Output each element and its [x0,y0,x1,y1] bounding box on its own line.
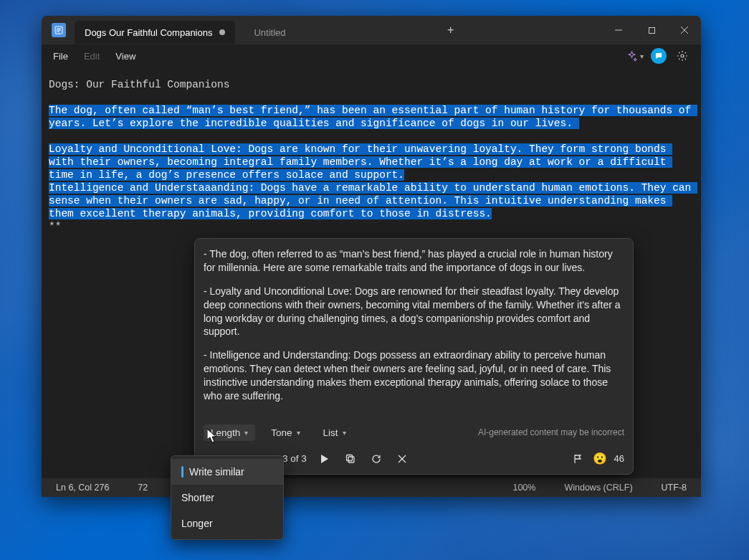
chat-button[interactable] [651,48,667,64]
ai-disclaimer: AI-generated content may be incorrect [478,427,624,437]
length-menu: Write similar Shorter Longer [171,455,284,540]
ai-para3: - Intelligence and Understanding: Dogs p… [204,348,624,403]
status-position[interactable]: Ln 6, Col 276 [50,483,115,493]
tone-dropdown[interactable]: Tone ▾ [264,424,307,441]
minimize-icon [614,26,623,34]
sparkle-icon [626,50,637,62]
reaction-emoji-icon[interactable]: 😮 [593,452,607,465]
length-write-similar[interactable]: Write similar [171,459,283,485]
status-zoom[interactable]: 100% [507,483,541,493]
refresh-icon [371,454,381,464]
length-longer[interactable]: Longer [171,511,283,536]
doc-title: Dogs: Our Faithful Companions [49,79,694,92]
tab-active-label: Dogs Our Faithful Companions [85,27,212,38]
chevron-down-icon: ▾ [640,52,644,60]
tab-untitled-label: Untitled [254,27,285,38]
tabs-container: Dogs Our Faithful Companions Untitled + [75,16,602,44]
chevron-down-icon: ▾ [297,429,300,437]
svg-point-8 [681,54,684,57]
menu-file[interactable]: File [46,48,75,65]
list-dropdown-label: List [323,427,338,438]
status-eol[interactable]: Windows (CRLF) [558,483,638,493]
svg-rect-10 [348,457,354,462]
plus-icon: + [447,24,454,37]
regenerate-button[interactable] [368,451,384,467]
chat-icon [654,52,663,60]
close-button[interactable] [668,19,701,41]
tab-active[interactable]: Dogs Our Faithful Companions [75,21,235,44]
app-icon [52,23,66,37]
tab-untitled[interactable]: Untitled [244,21,295,44]
svg-rect-11 [346,455,352,460]
length-shorter[interactable]: Shorter [171,485,283,511]
menu-view[interactable]: View [108,48,143,65]
reaction-count: 46 [614,453,624,464]
x-icon [398,455,406,463]
settings-button[interactable] [674,47,691,65]
ai-page-count: 3 of 3 [282,453,307,464]
next-button[interactable] [317,451,333,467]
length-dropdown[interactable]: Length ▾ [204,424,255,441]
new-tab-button[interactable]: + [439,19,462,42]
minimize-button[interactable] [602,19,635,41]
flag-button[interactable] [570,451,586,467]
unsaved-dot-icon [219,29,225,35]
tone-dropdown-label: Tone [271,427,292,438]
close-icon [680,26,689,34]
status-chars[interactable]: 72 [132,483,153,493]
chevron-down-icon: ▾ [244,429,248,437]
dismiss-button[interactable] [394,451,410,467]
copy-button[interactable] [343,451,358,467]
status-encoding[interactable]: UTF-8 [656,483,692,493]
doc-para2: Loyalty and Unconditional Love: Dogs are… [49,143,672,181]
menubar: File Edit View ▾ [42,44,701,67]
copy-icon [345,454,356,464]
svg-marker-9 [321,455,328,463]
flag-icon [573,454,583,464]
titlebar: Dogs Our Faithful Companions Untitled + [42,16,701,44]
length-write-similar-label: Write similar [189,466,244,478]
length-longer-label: Longer [181,518,213,529]
maximize-button[interactable] [635,19,668,41]
chevron-down-icon: ▾ [343,429,346,437]
svg-rect-5 [649,27,654,33]
length-shorter-label: Shorter [181,492,214,503]
maximize-icon [648,27,656,34]
doc-para1: The dog, often called “man’s best friend… [49,105,697,129]
statusbar: Ln 6, Col 276 72 100% Windows (CRLF) UTF… [42,478,701,497]
app-window: Dogs Our Faithful Companions Untitled + … [42,16,701,497]
doc-para3: Intelligence and Understaaanding: Dogs h… [49,182,697,219]
play-icon [321,455,328,463]
length-dropdown-label: Length [211,427,240,438]
ai-suggestion-body: - The dog, often referred to as “man’s b… [195,239,633,420]
list-dropdown[interactable]: List ▾ [316,424,353,441]
menu-edit[interactable]: Edit [77,48,107,65]
ai-rewrite-popup: - The dog, often referred to as “man’s b… [194,238,634,475]
ai-controls-row: Length ▾ Tone ▾ List ▾ AI-generated cont… [195,420,633,445]
window-controls [602,19,701,41]
active-indicator-icon [181,466,183,478]
ai-para2: - Loyalty and Unconditional Love: Dogs a… [204,285,624,339]
gear-icon [677,50,688,62]
doc-stars: ** [49,221,694,234]
ai-sparkle-button[interactable]: ▾ [626,47,644,65]
ai-para1: - The dog, often referred to as “man’s b… [204,247,624,275]
